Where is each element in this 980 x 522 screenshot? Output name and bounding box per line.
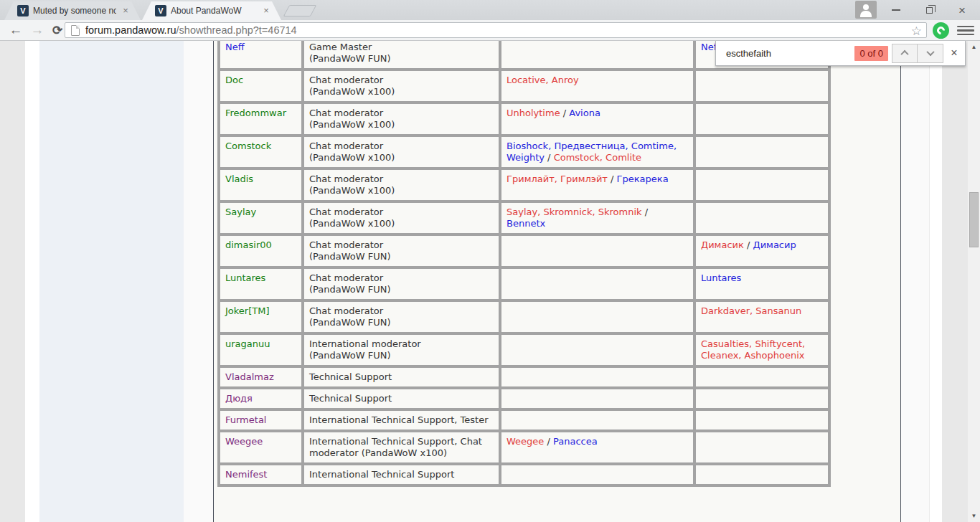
menu-hamburger-icon[interactable] — [957, 23, 974, 38]
character-link[interactable]: Димасир — [753, 239, 796, 250]
staff-name-link[interactable]: Weegee — [225, 436, 263, 447]
staff-name-cell: Furmetal — [219, 409, 303, 431]
scroll-up-icon[interactable]: ▲ — [968, 41, 980, 53]
staff-name-link[interactable]: Furmetal — [225, 414, 266, 425]
table-row: VladalmazTechnical Support — [219, 366, 829, 388]
staff-name-link[interactable]: Дюдя — [225, 393, 253, 404]
staff-name-cell: Neff — [219, 41, 303, 70]
chevron-up-icon — [900, 50, 908, 58]
staff-name-link[interactable]: uraganuu — [225, 338, 270, 349]
table-row: Joker[TM]Chat moderator(PandaWoW FUN)Dar… — [219, 300, 829, 333]
character-link[interactable]: Weegee — [507, 436, 544, 447]
characters-x100-cell: Saylay, Skromnick, Skromnik / Bennetx — [500, 201, 694, 234]
characters-x100-cell — [500, 409, 694, 431]
character-link[interactable]: Гримлайт, Гримлэйт — [507, 174, 608, 184]
characters-fun-cell — [694, 431, 829, 464]
profile-person-icon — [860, 11, 872, 17]
character-link[interactable]: Casualties, Shiftycent, Cleanex, Ashopho… — [701, 338, 805, 361]
character-link[interactable]: Luntares — [701, 272, 741, 283]
restore-icon — [926, 7, 933, 14]
table-row: uraganuuInternational moderator(PandaWoW… — [219, 333, 829, 366]
post-margin-right — [901, 41, 930, 522]
find-close-icon[interactable]: × — [943, 47, 965, 60]
characters-fun-cell — [694, 136, 829, 169]
characters-fun-cell — [694, 103, 829, 136]
bookmark-star-icon[interactable]: ☆ — [911, 24, 922, 39]
staff-name-link[interactable]: Vladis — [225, 174, 253, 184]
staff-name-link[interactable]: Fredommwar — [225, 108, 286, 118]
find-previous-button[interactable] — [892, 44, 918, 63]
character-link[interactable]: Comstock, Comlite — [554, 152, 641, 163]
staff-name-link[interactable]: Neff — [225, 42, 245, 52]
browser-window: V Muted by someone not o × V About Panda… — [0, 0, 980, 522]
restore-button[interactable] — [914, 0, 944, 20]
tab-muted-thread[interactable]: V Muted by someone not o × — [4, 1, 141, 20]
characters-x100-cell: Weegee / Panaccea — [500, 431, 694, 464]
characters-fun-cell: Casualties, Shiftycent, Cleanex, Ashopho… — [694, 333, 829, 366]
staff-role-cell: International Technical Support, Tester — [303, 409, 500, 431]
page-margin-right — [942, 41, 968, 522]
staff-name-cell: Fredommwar — [219, 103, 303, 136]
find-input[interactable]: escthefaith — [726, 48, 854, 59]
character-link[interactable]: Darkdaver, Sansanun — [701, 305, 801, 316]
extension-icon[interactable] — [933, 22, 949, 39]
staff-name-link[interactable]: Comstock — [225, 141, 271, 151]
characters-fun-cell — [694, 388, 829, 409]
table-row: VladisChat moderator(PandaWoW x100)Гримл… — [219, 169, 829, 201]
character-link[interactable]: Димасик — [701, 239, 744, 250]
table-row: ДюдяTechnical Support — [219, 388, 829, 409]
staff-role-cell: Chat moderator(PandaWoW FUN) — [303, 300, 500, 333]
staff-name-cell: dimasir00 — [219, 234, 303, 267]
staff-role-cell: Technical Support — [303, 366, 500, 388]
tab-close-icon[interactable]: × — [261, 6, 271, 16]
characters-fun-cell — [694, 409, 829, 431]
staff-name-link[interactable]: Saylay — [225, 207, 256, 217]
forward-button[interactable]: → — [27, 20, 47, 40]
scroll-down-icon[interactable]: ▼ — [968, 510, 980, 522]
character-link[interactable]: Aviona — [569, 108, 600, 118]
character-link[interactable]: Bennetx — [507, 218, 545, 229]
tab-about-pandawow[interactable]: V About PandaWoW × — [142, 1, 281, 20]
character-link[interactable]: Panaccea — [553, 436, 598, 447]
table-row: DocChat moderator(PandaWoW x100)Locative… — [219, 70, 829, 103]
character-link[interactable]: Unholytime — [507, 108, 560, 118]
characters-x100-cell: Unholytime / Aviona — [500, 103, 694, 136]
staff-name-link[interactable]: Nemifest — [225, 469, 267, 480]
separator-text: / — [545, 152, 554, 163]
staff-name-link[interactable]: dimasir00 — [225, 239, 272, 250]
character-link[interactable]: Грекарека — [617, 174, 669, 184]
staff-name-link[interactable]: Vladalmaz — [225, 371, 274, 382]
page-icon — [71, 25, 80, 36]
staff-name-link[interactable]: Joker[TM] — [225, 305, 270, 316]
vertical-scrollbar[interactable]: ▲ ▼ — [968, 41, 980, 522]
character-link[interactable]: Saylay, Skromnick, Skromnik — [507, 207, 642, 217]
table-row: FredommwarChat moderator(PandaWoW x100)U… — [219, 103, 829, 136]
staff-name-link[interactable]: Doc — [225, 75, 243, 85]
new-tab-button[interactable] — [283, 5, 317, 16]
profile-button[interactable] — [855, 1, 877, 19]
staff-name-cell: Nemifest — [219, 464, 303, 485]
separator-text: / — [560, 108, 570, 118]
characters-x100-cell — [500, 41, 694, 70]
table-row: ComstockChat moderator(PandaWoW x100)Bio… — [219, 136, 829, 169]
table-row: SaylayChat moderator(PandaWoW x100)Sayla… — [219, 201, 829, 234]
back-button[interactable]: ← — [6, 20, 26, 40]
scrollbar-thumb[interactable] — [969, 192, 979, 247]
staff-role-cell: International Technical Support, Chat mo… — [303, 431, 500, 464]
staff-name-link[interactable]: Luntares — [225, 272, 265, 283]
staff-name-cell: Luntares — [219, 267, 303, 300]
chevron-down-icon — [926, 48, 934, 56]
address-bar[interactable]: forum.pandawow.ru/showthread.php?t=46714… — [65, 22, 927, 38]
minimize-button[interactable] — [881, 0, 911, 20]
url-text: forum.pandawow.ru/showthread.php?t=46714 — [85, 24, 297, 36]
staff-name-cell: uraganuu — [219, 333, 303, 366]
staff-role-cell: Chat moderator(PandaWoW FUN) — [303, 234, 500, 267]
staff-role-cell: Chat moderator(PandaWoW x100) — [303, 169, 500, 201]
tab-close-icon[interactable]: × — [121, 6, 131, 16]
character-link[interactable]: Locative, Anroy — [507, 75, 579, 85]
table-row: NemifestInternational Technical Support — [219, 464, 829, 485]
close-window-button[interactable]: × — [947, 0, 977, 20]
staff-role-cell: Chat moderator(PandaWoW x100) — [303, 103, 500, 136]
characters-x100-cell — [500, 388, 694, 409]
find-next-button[interactable] — [918, 44, 943, 63]
